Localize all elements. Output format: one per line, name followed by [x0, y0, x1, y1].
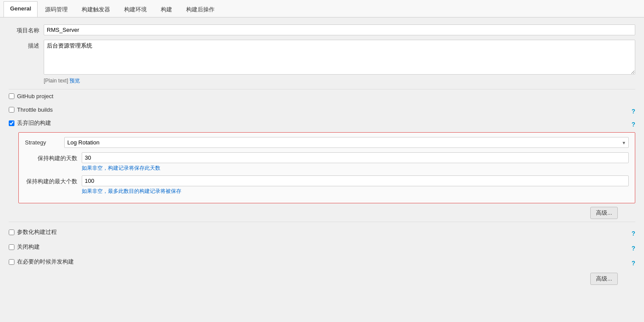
- tab-source[interactable]: 源码管理: [38, 2, 74, 17]
- parametrize-help-icon[interactable]: ?: [631, 230, 635, 237]
- github-project-content: GitHub project: [9, 92, 635, 103]
- parametrize-checkbox[interactable]: [9, 230, 14, 235]
- throttle-builds-content: Throttle builds: [9, 106, 631, 116]
- divider-1: [9, 89, 635, 89]
- disable-build-help-icon[interactable]: ?: [631, 245, 635, 252]
- max-builds-input-col: 如果非空，最多此数目的构建记录将被保存: [82, 175, 629, 195]
- disable-build-checkbox[interactable]: [9, 244, 14, 250]
- discard-builds-help-icon[interactable]: ?: [631, 121, 635, 128]
- description-row: 描述 后台资源管理系统 [Plain text] 预览: [9, 40, 635, 85]
- strategy-row: Strategy Log Rotation ▼: [25, 137, 629, 148]
- project-name-input[interactable]: [44, 24, 635, 35]
- discard-builds-checkbox[interactable]: [9, 120, 14, 126]
- days-keep-row: 保持构建的天数 如果非空，构建记录将保存此天数: [25, 152, 629, 172]
- advanced-btn-2-row: 高级...: [9, 273, 635, 285]
- max-builds-row: 保持构建的最大个数 如果非空，最多此数目的构建记录将被保存: [25, 175, 629, 195]
- throttle-builds-label[interactable]: Throttle builds: [17, 106, 53, 113]
- tab-env[interactable]: 构建环境: [118, 2, 153, 17]
- discard-builds-label[interactable]: 丢弃旧的构建: [17, 119, 51, 127]
- parametrize-checkbox-row: 参数化构建过程: [9, 227, 631, 237]
- days-keep-hint: 如果非空，构建记录将保存此天数: [82, 164, 629, 172]
- discard-builds-details: Strategy Log Rotation ▼ 保持构建的天数 如果非空，构建记…: [18, 132, 635, 203]
- throttle-builds-checkbox[interactable]: [9, 107, 14, 113]
- project-name-label: 项目名称: [9, 24, 44, 34]
- description-field-wrapper: 后台资源管理系统 [Plain text] 预览: [44, 40, 635, 85]
- divider-2: [9, 222, 635, 222]
- tab-build[interactable]: 构建: [154, 2, 179, 17]
- discard-builds-checkbox-row: 丢弃旧的构建: [9, 119, 631, 127]
- throttle-builds-row: Throttle builds ?: [9, 106, 635, 116]
- throttle-builds-checkbox-row: Throttle builds: [9, 106, 631, 114]
- parametrize-label[interactable]: 参数化构建过程: [17, 228, 57, 236]
- concurrent-build-checkbox-row: 在必要的时候并发构建: [9, 257, 631, 267]
- plain-text-label: [Plain text]: [44, 78, 68, 84]
- max-builds-label: 保持构建的最大个数: [25, 175, 82, 185]
- advanced-btn-1-row: 高级...: [9, 207, 635, 219]
- concurrent-build-content: 在必要的时候并发构建: [9, 257, 631, 269]
- concurrent-build-checkbox[interactable]: [9, 259, 14, 265]
- days-keep-input-col: 如果非空，构建记录将保存此天数: [82, 152, 629, 172]
- github-project-label[interactable]: GitHub project: [17, 93, 53, 99]
- days-keep-label: 保持构建的天数: [25, 152, 82, 162]
- parametrize-content: 参数化构建过程: [9, 227, 631, 240]
- advanced-button-1[interactable]: 高级...: [590, 207, 618, 219]
- discard-builds-row: 丢弃旧的构建 ?: [9, 119, 635, 130]
- discard-builds-section-wrapper: 丢弃旧的构建 ? Strategy Log Rotation ▼ 保持构建的天数: [9, 119, 635, 203]
- max-builds-hint: 如果非空，最多此数目的构建记录将被保存: [82, 188, 629, 195]
- concurrent-build-help-icon[interactable]: ?: [631, 260, 635, 267]
- discard-builds-content: 丢弃旧的构建: [9, 119, 631, 130]
- main-content: 项目名称 描述 后台资源管理系统 [Plain text] 预览 GitHub …: [0, 17, 644, 322]
- days-keep-input[interactable]: [82, 152, 629, 163]
- preview-link[interactable]: [Plain text] 预览: [44, 77, 635, 85]
- tab-general[interactable]: General: [3, 1, 38, 17]
- disable-build-checkbox-row: 关闭构建: [9, 242, 631, 252]
- github-project-checkbox[interactable]: [9, 93, 14, 99]
- strategy-select[interactable]: Log Rotation: [64, 137, 629, 148]
- disable-build-label[interactable]: 关闭构建: [17, 243, 40, 251]
- tabs-bar: General 源码管理 构建触发器 构建环境 构建 构建后操作: [0, 0, 644, 17]
- preview-label[interactable]: 预览: [69, 78, 80, 84]
- tab-post-build[interactable]: 构建后操作: [180, 2, 221, 17]
- description-textarea[interactable]: 后台资源管理系统: [44, 40, 635, 75]
- github-project-row: GitHub project: [9, 92, 635, 103]
- throttle-builds-help-icon[interactable]: ?: [631, 108, 635, 115]
- project-name-row: 项目名称: [9, 24, 635, 35]
- advanced-button-2[interactable]: 高级...: [590, 273, 618, 285]
- disable-build-row: 关闭构建 ?: [9, 242, 635, 254]
- tab-trigger[interactable]: 构建触发器: [75, 2, 117, 17]
- disable-build-content: 关闭构建: [9, 242, 631, 254]
- parametrize-row: 参数化构建过程 ?: [9, 227, 635, 240]
- max-builds-input[interactable]: [82, 175, 629, 186]
- strategy-label: Strategy: [25, 139, 64, 146]
- description-label: 描述: [9, 40, 44, 50]
- bottom-section: 参数化构建过程 ? 关闭构建 ? 在必要的时候并发构建 ?: [9, 227, 635, 285]
- concurrent-build-row: 在必要的时候并发构建 ?: [9, 257, 635, 269]
- github-project-checkbox-row: GitHub project: [9, 92, 635, 100]
- strategy-select-wrapper: Log Rotation ▼: [64, 137, 629, 148]
- concurrent-build-label[interactable]: 在必要的时候并发构建: [17, 258, 74, 266]
- project-name-field-wrapper: [44, 24, 635, 35]
